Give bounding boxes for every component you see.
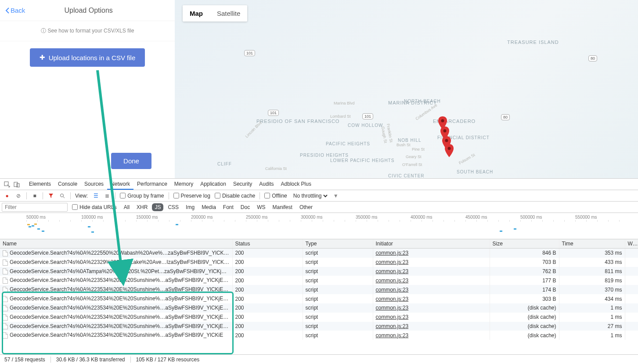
filter-chip-ws[interactable]: WS — [254, 203, 268, 211]
map-type-satellite[interactable]: Satellite — [210, 5, 247, 22]
tab-console[interactable]: Console — [54, 179, 81, 190]
tab-security[interactable]: Security — [230, 179, 256, 190]
status-requests: 57 / 158 requests — [4, 357, 45, 363]
column-time[interactable]: Time — [559, 239, 625, 249]
upload-csv-button[interactable]: ✚ Upload locations in a CSV file — [30, 48, 145, 67]
file-icon — [3, 332, 8, 339]
table-row[interactable]: GeocodeService.Search?4s%0A%223534%20E%2… — [0, 322, 638, 331]
filter-chip-all[interactable]: All — [121, 203, 132, 211]
hint-text: See how to format your CSV/XLS file — [48, 28, 134, 34]
initiator-link[interactable]: common.js:23 — [376, 287, 409, 293]
group-by-frame-checkbox[interactable]: Group by frame — [120, 193, 164, 199]
tab-elements[interactable]: Elements — [25, 179, 54, 190]
tab-audits[interactable]: Audits — [256, 179, 277, 190]
column-name[interactable]: Name — [0, 239, 232, 249]
table-row[interactable]: GeocodeService.Search?4s%0A%223534%20E%2… — [0, 313, 638, 322]
inspect-icon[interactable] — [4, 181, 11, 188]
done-button[interactable]: Done — [111, 153, 151, 169]
large-rows-icon[interactable]: ☰ — [92, 192, 99, 199]
hide-data-urls-checkbox[interactable]: Hide data URLs — [72, 204, 117, 210]
waterfall-toggle-icon[interactable]: ≣ — [104, 192, 111, 199]
tab-memory[interactable]: Memory — [171, 179, 197, 190]
initiator-link[interactable]: common.js:23 — [376, 268, 409, 274]
tab-network[interactable]: Network — [107, 179, 133, 190]
street-label: Folsom St — [458, 153, 476, 166]
column-status[interactable]: Status — [232, 239, 303, 249]
initiator-link[interactable]: common.js:23 — [376, 332, 409, 339]
table-row[interactable]: GeocodeService.Search?4s%0ATampa%20%2B%2… — [0, 267, 638, 276]
initiator-link[interactable]: common.js:23 — [376, 314, 409, 320]
initiator-link[interactable]: common.js:23 — [376, 305, 409, 311]
filter-chip-other[interactable]: Other — [297, 203, 315, 211]
map[interactable]: Map Satellite TREASURE ISLANDMARINA DIST… — [175, 0, 638, 178]
file-icon — [3, 278, 8, 284]
initiator-link[interactable]: common.js:23 — [376, 278, 409, 284]
road-shield: 80 — [588, 55, 597, 61]
throttling-select[interactable]: No throttling — [292, 192, 329, 199]
column-initiator[interactable]: Initiator — [373, 239, 490, 249]
table-row[interactable]: GeocodeService.Search?4s%0A%223534%20E%2… — [0, 303, 638, 313]
filter-chip-manifest[interactable]: Manifest — [270, 203, 295, 211]
tab-adblock-plus[interactable]: Adblock Plus — [278, 179, 315, 190]
initiator-link[interactable]: common.js:23 — [376, 259, 409, 265]
filter-chip-js[interactable]: JS — [152, 203, 163, 211]
map-district-label: LOWER PACIFIC HEIGHTS — [330, 158, 394, 163]
tab-sources[interactable]: Sources — [81, 179, 107, 190]
preserve-log-checkbox[interactable]: Preserve log — [173, 193, 210, 199]
svg-point-1 — [443, 130, 447, 133]
filter-icon[interactable] — [47, 192, 54, 199]
info-icon: ⓘ — [41, 28, 46, 34]
network-filter-bar: Hide data URLs AllXHRJSCSSImgMediaFontDo… — [0, 202, 638, 213]
file-icon — [3, 259, 8, 266]
map-type-map[interactable]: Map — [183, 5, 210, 22]
clear-icon[interactable]: ⊘ — [15, 192, 22, 199]
table-row[interactable]: GeocodeService.Search?4s%0A%22329%20S%20… — [0, 258, 638, 267]
street-label: California St — [265, 166, 287, 171]
upload-options-panel: Back Upload Options ⓘSee how to format y… — [0, 0, 175, 178]
initiator-link[interactable]: common.js:23 — [376, 323, 409, 329]
initiator-link[interactable]: common.js:23 — [376, 296, 409, 302]
tab-application[interactable]: Application — [197, 179, 230, 190]
table-row[interactable]: GeocodeService.Search?4s%0A%223534%20E%2… — [0, 294, 638, 303]
tab-performance[interactable]: Performance — [133, 179, 171, 190]
column-size[interactable]: Size — [490, 239, 559, 249]
table-row[interactable]: GeocodeService.Search?4s%0A%223534%20E%2… — [0, 331, 638, 340]
file-icon — [3, 323, 8, 329]
filter-chip-xhr[interactable]: XHR — [134, 203, 150, 211]
view-label: View: — [75, 193, 88, 199]
filter-chip-img[interactable]: Img — [183, 203, 197, 211]
map-district-label: PACIFIC HEIGHTS — [326, 141, 370, 146]
filter-chip-font[interactable]: Font — [220, 203, 236, 211]
column-wa[interactable]: Wa — [625, 239, 638, 249]
table-row[interactable]: GeocodeService.Search?4s%0A%223534%20E%2… — [0, 276, 638, 285]
map-district-label: CLIFF — [217, 162, 232, 166]
capture-icon[interactable]: ■ — [31, 192, 38, 199]
network-timeline[interactable]: 50000 ms100000 ms150000 ms200000 ms25000… — [0, 213, 638, 239]
filter-input[interactable] — [2, 203, 68, 212]
street-label: Geary St — [406, 155, 422, 159]
status-transferred: 30.6 KB / 36.3 KB transferred — [56, 357, 125, 363]
street-label: Bush St — [396, 143, 411, 147]
svg-point-0 — [441, 119, 444, 123]
filter-chip-css[interactable]: CSS — [165, 203, 181, 211]
road-shield: 101 — [268, 110, 279, 116]
column-type[interactable]: Type — [303, 239, 373, 249]
disable-cache-checkbox[interactable]: Disable cache — [215, 193, 255, 199]
table-row[interactable]: GeocodeService.Search?4s%0A%223534%20E%2… — [0, 285, 638, 294]
table-row[interactable]: GeocodeService.Search?4s%0A%222550%20Wab… — [0, 249, 638, 258]
filter-chip-doc[interactable]: Doc — [238, 203, 252, 211]
devtools-panel: ElementsConsoleSourcesNetworkPerformance… — [0, 178, 638, 364]
record-icon[interactable]: ● — [4, 192, 11, 199]
search-icon[interactable] — [59, 192, 66, 199]
map-pin-icon[interactable] — [445, 144, 454, 157]
filter-chip-media[interactable]: Media — [199, 203, 219, 211]
initiator-link[interactable]: common.js:23 — [376, 250, 409, 256]
road-shield: 101 — [362, 113, 373, 119]
timeline-tick: 450000 ms — [465, 215, 487, 220]
upload-label: Upload locations in a CSV file — [49, 54, 136, 61]
device-icon[interactable] — [13, 181, 20, 188]
road-shield: 101 — [244, 50, 255, 56]
format-hint[interactable]: ⓘSee how to format your CSV/XLS file — [0, 21, 175, 41]
offline-checkbox[interactable]: Offline — [264, 193, 287, 199]
file-icon — [3, 250, 8, 256]
